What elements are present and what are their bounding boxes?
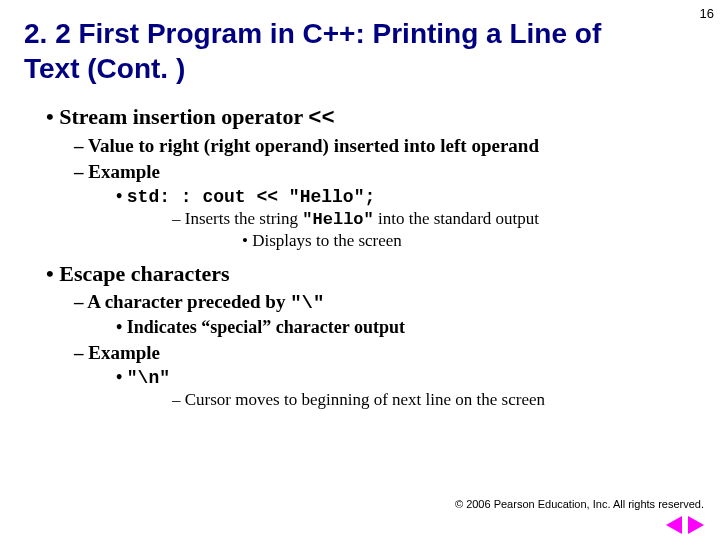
prev-slide-icon[interactable]: [666, 516, 682, 534]
code-backslash: "\": [290, 292, 324, 314]
text: Inserts the string: [185, 209, 303, 228]
bullet-value-to-right: Value to right (right operand) inserted …: [74, 135, 690, 157]
code-newline: "\n" Cursor moves to beginning of next l…: [116, 367, 690, 410]
nav-controls: [666, 516, 704, 534]
code-hello: "Hello": [302, 210, 373, 229]
bullet-inserts-string: Inserts the string "Hello" into the stan…: [172, 209, 690, 251]
bullet-indicates-special: Indicates “special” character output: [116, 317, 690, 338]
next-slide-icon[interactable]: [688, 516, 704, 534]
bullet-escape-characters: Escape characters A character preceded b…: [46, 261, 690, 410]
slide-body: Stream insertion operator << Value to ri…: [0, 104, 720, 410]
code-text: std: : cout << "Hello";: [127, 187, 375, 207]
bullet-example-2: Example "\n" Cursor moves to beginning o…: [74, 342, 690, 410]
bullet-preceded-by: A character preceded by "\" Indicates “s…: [74, 291, 690, 338]
bullet-displays-screen: Displays to the screen: [242, 231, 690, 251]
copyright-text: © 2006 Pearson Education, Inc. All right…: [455, 498, 704, 510]
text: A character preceded by: [87, 291, 290, 312]
slide-title: 2. 2 First Program in C++: Printing a Li…: [0, 0, 640, 94]
text: into the standard output: [374, 209, 539, 228]
code-text: "\n": [127, 368, 170, 388]
bullet-cursor-moves: Cursor moves to beginning of next line o…: [172, 390, 690, 410]
bullet-example-1: Example std: : cout << "Hello"; Inserts …: [74, 161, 690, 251]
text: Example: [88, 161, 160, 182]
operator-ltlt: <<: [308, 106, 334, 131]
text: Escape characters: [59, 261, 229, 286]
bullet-stream-insertion: Stream insertion operator << Value to ri…: [46, 104, 690, 251]
text: Stream insertion operator: [59, 104, 308, 129]
page-number: 16: [700, 6, 714, 21]
text: Example: [88, 342, 160, 363]
code-cout-hello: std: : cout << "Hello"; Inserts the stri…: [116, 186, 690, 251]
